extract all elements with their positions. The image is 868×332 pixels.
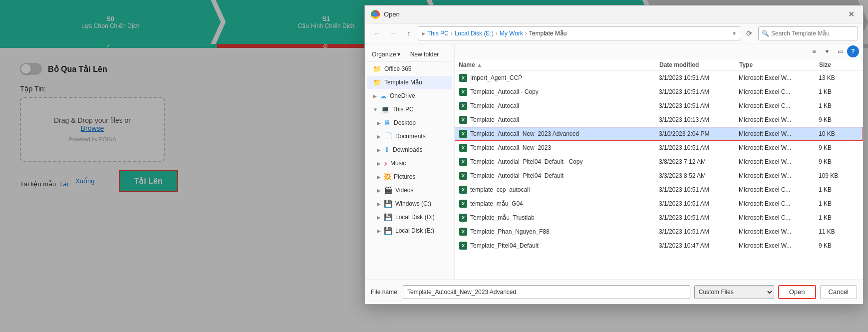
sidebar-item-office365[interactable]: 📁 Office 365 (367, 62, 452, 75)
table-row[interactable]: X Template_Autocall_New_2023 3/1/2023 10… (455, 141, 863, 155)
bc-my-work[interactable]: My Work (500, 30, 523, 37)
file-name: template_ccp_autocall (470, 186, 530, 193)
sidebar-item-desktop[interactable]: ▶ 🖥 Desktop (367, 116, 452, 129)
table-row[interactable]: X Template_Phan_Nguyen_F88 3/1/2023 10:5… (455, 225, 863, 239)
drive-icon-c: 💾 (384, 200, 392, 208)
dialog-open-button[interactable]: Open (778, 285, 816, 299)
sidebar-label-onedrive: OneDrive (390, 92, 415, 99)
table-row[interactable]: X Import_Agent_CCP 3/1/2023 10:51 AM Mic… (455, 71, 863, 85)
sidebar-item-windows-c[interactable]: ▶ 💾 Windows (C:) (367, 197, 452, 210)
file-size: 1 KB (819, 214, 859, 221)
refresh-button[interactable]: ⟳ (742, 26, 756, 40)
search-input[interactable] (771, 30, 855, 37)
drive-icon-e: 💾 (384, 227, 392, 235)
sidebar-item-onedrive[interactable]: ▶ ☁ OneDrive (367, 89, 452, 102)
bc-dropdown-arrow[interactable]: ▾ (733, 30, 736, 37)
excel-icon: X (459, 116, 467, 124)
bc-arrow-start: ▸ (422, 30, 425, 37)
sidebar-item-pictures[interactable]: ▶ 🖼 Pictures (367, 170, 452, 183)
bc-sep-2: › (496, 30, 498, 37)
table-row-selected[interactable]: X Template_Autocall_New_2023 Advanced 3/… (455, 127, 863, 141)
col-date-header[interactable]: Date modified (659, 61, 739, 68)
table-row[interactable]: X Template_Autocall 3/1/2023 10:51 AM Mi… (455, 99, 863, 113)
table-row[interactable]: X template_ccp_autocall 3/1/2023 10:51 A… (455, 183, 863, 197)
dialog-toolbar: ← → ↑ ▸ This PC › Local Disk (E:) › My W… (365, 23, 863, 43)
file-name: Template_Autodial_Pitel04_Default - Copy (470, 158, 582, 165)
file-date: 3/1/2023 10:51 AM (659, 102, 739, 109)
nav-forward-button[interactable]: → (386, 26, 400, 40)
dialog-title-left: Open (371, 10, 400, 19)
dialog-close-button[interactable]: ✕ (845, 8, 857, 20)
dialog-titlebar: Open ✕ (365, 5, 863, 23)
excel-icon: X (459, 186, 467, 194)
file-date: 3/3/2023 8:52 AM (659, 172, 739, 179)
sidebar-label-local-disk-d: Local Disk (D:) (395, 214, 435, 221)
file-name: Template_Phan_Nguyen_F88 (470, 228, 550, 235)
file-name: Template_Pitel04_Default (470, 242, 539, 249)
excel-icon: X (459, 88, 467, 96)
file-type: Microsoft Excel W... (739, 158, 819, 165)
sidebar-item-documents[interactable]: ▶ 📄 Documents (367, 130, 452, 143)
pictures-icon: 🖼 (384, 173, 391, 181)
new-folder-button[interactable]: New folder (406, 49, 443, 59)
nav-up-button[interactable]: ↑ (402, 26, 416, 40)
table-row[interactable]: X Template_Autodial_Pitel04_Default 3/3/… (455, 169, 863, 183)
view-list-button[interactable]: ≡ (808, 45, 820, 57)
organize-button[interactable]: Organize ▾ (369, 49, 403, 59)
table-row[interactable]: X Template_Autodial_Pitel04_Default - Co… (455, 155, 863, 169)
search-icon: 🔍 (762, 30, 769, 37)
filename-input[interactable] (403, 285, 690, 299)
file-date: 3/1/2023 10:51 AM (659, 228, 739, 235)
sidebar-item-music[interactable]: ▶ ♪ Music (367, 157, 452, 170)
file-date: 3/8/2023 7:12 AM (659, 158, 739, 165)
view-detail-button[interactable]: ▾ (821, 45, 833, 57)
column-headers: Name ▲ Date modified Type Size (455, 59, 863, 71)
file-date: 3/1/2023 10:51 AM (659, 144, 739, 151)
bc-this-pc[interactable]: This PC (427, 30, 449, 37)
file-type: Microsoft Excel W... (739, 144, 819, 151)
sidebar-item-videos[interactable]: ▶ 🎬 Videos (367, 184, 452, 197)
sidebar-item-this-pc[interactable]: ▼ 💻 This PC (367, 103, 452, 116)
organize-dropdown-icon: ▾ (397, 51, 400, 58)
view-preview-button[interactable]: ▭ (834, 45, 846, 57)
excel-icon: X (459, 200, 467, 208)
sidebar-item-local-disk-e[interactable]: ▶ 💾 Local Disk (E:) (367, 224, 452, 237)
dialog-cancel-button[interactable]: Cancel (820, 285, 857, 299)
table-row[interactable]: X Template_mẫu_Trustlab 3/1/2023 10:51 A… (455, 211, 863, 225)
col-type-header[interactable]: Type (739, 61, 819, 68)
sidebar-item-downloads[interactable]: ▶ ⬇ Downloads (367, 143, 452, 156)
file-name: Import_Agent_CCP (470, 74, 522, 81)
file-date: 3/1/2023 10:51 AM (659, 88, 739, 95)
file-type: Microsoft Excel C... (739, 200, 819, 207)
file-name-cell: X Template_Autocall - Copy (459, 88, 659, 96)
dialog-sidebar: Organize ▾ New folder 📁 Office 365 📁 Tem… (365, 43, 455, 279)
open-dialog: Open ✕ ← → ↑ ▸ This PC › Local Disk (E:)… (364, 5, 864, 305)
bc-local-disk-e[interactable]: Local Disk (E:) (455, 30, 494, 37)
table-row[interactable]: X Template_Pitel04_Default 3/1/2023 10:4… (455, 239, 863, 253)
col-size-header[interactable]: Size (819, 61, 859, 68)
table-row[interactable]: X Template_Autocall - Copy 3/1/2023 10:5… (455, 85, 863, 99)
bc-template-mau: Template Mẫu (529, 30, 567, 37)
search-box: 🔍 (758, 26, 858, 40)
sidebar-item-local-disk-d[interactable]: ▶ 💾 Local Disk (D:) (367, 211, 452, 224)
help-button[interactable]: ? (847, 45, 859, 57)
folder-icon-documents: 📄 (384, 132, 392, 140)
file-size: 1 KB (819, 200, 859, 207)
file-type: Microsoft Excel W... (739, 130, 819, 137)
file-date: 3/1/2023 10:47 AM (659, 242, 739, 249)
file-date: 3/1/2023 10:51 AM (659, 186, 739, 193)
file-name-cell: X Template_Autodial_Pitel04_Default (459, 172, 659, 180)
expand-arrow-music: ▶ (377, 161, 381, 166)
file-date: 3/1/2023 10:51 AM (659, 200, 739, 207)
file-name-cell: X Template_Autocall (459, 102, 659, 110)
file-name-cell: X Template_Pitel04_Default (459, 242, 659, 250)
filetype-select[interactable]: Custom Files (694, 285, 774, 299)
sidebar-item-template-mau[interactable]: 📁 Template Mẫu (367, 76, 452, 89)
table-row[interactable]: X Template_Autocall 3/1/2023 10:13 AM Mi… (455, 113, 863, 127)
file-size: 9 KB (819, 242, 859, 249)
file-date: 3/1/2023 10:13 AM (659, 116, 739, 123)
col-name-header[interactable]: Name ▲ (459, 61, 659, 68)
excel-icon: X (459, 102, 467, 110)
nav-back-button[interactable]: ← (370, 26, 384, 40)
table-row[interactable]: X template_mẫu_G04 3/1/2023 10:51 AM Mic… (455, 197, 863, 211)
